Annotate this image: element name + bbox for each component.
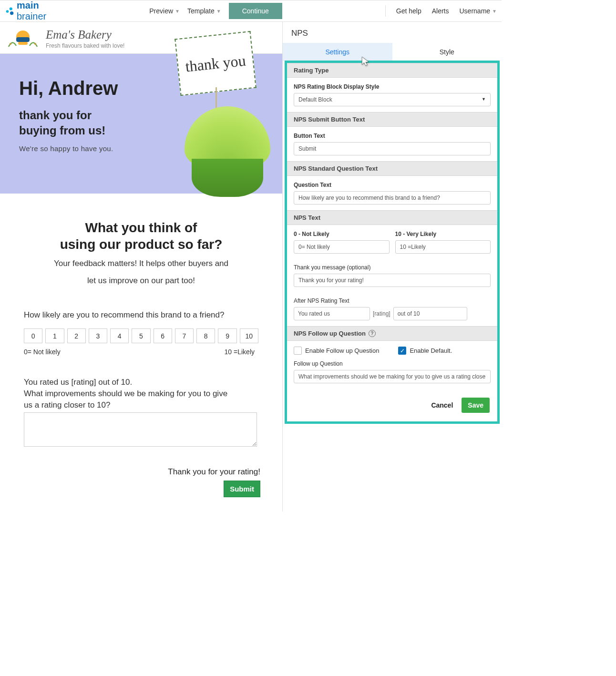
followup-q-input[interactable]	[294, 370, 491, 383]
thanks-message: Thank you for your rating!	[11, 467, 260, 477]
low-value-input[interactable]	[294, 240, 390, 254]
tab-style[interactable]: Style	[392, 43, 502, 61]
continue-button[interactable]: Continue	[229, 3, 282, 19]
svg-point-6	[10, 43, 11, 45]
cupcake-cup	[192, 159, 263, 197]
rated-text: You rated us [rating] out of 10. What im…	[24, 377, 258, 410]
main: Ema's Bakery Fresh flavours baked with l…	[0, 22, 502, 512]
after-rating-mid: [rating]	[373, 310, 390, 317]
template-dropdown[interactable]: Template ▼	[187, 7, 221, 15]
rating-button-0[interactable]: 0	[24, 328, 42, 343]
template-label: Template	[187, 7, 215, 15]
section-header-rating-type: Rating Type	[287, 63, 497, 78]
bakery-text: Ema's Bakery Fresh flavours baked with l…	[46, 28, 124, 49]
help-icon[interactable]: ?	[369, 330, 376, 337]
rating-button-8[interactable]: 8	[196, 328, 215, 343]
survey-desc-1: Your feedback matters! It helps other bu…	[11, 257, 271, 270]
thanks-input[interactable]	[294, 274, 491, 287]
section-body-nps-text: 0 - Not Likely 10 - Very Likely Thank yo…	[287, 225, 497, 326]
scale-low-label: 0= Not likely	[24, 348, 61, 356]
section-body-submit: Button Text	[287, 127, 497, 161]
checkbox-row: Enable Follow up Question ✓ Enable Defau…	[294, 347, 491, 355]
thanks-row: Thank you for your rating! Submit	[11, 467, 271, 497]
section-header-nps-text: NPS Text	[287, 210, 497, 225]
app-logo: mainbrainer	[5, 0, 46, 22]
rating-button-4[interactable]: 4	[110, 328, 129, 343]
high-value-input[interactable]	[395, 240, 491, 254]
after-rating-pre-input[interactable]	[294, 307, 370, 320]
chevron-down-icon: ▼	[492, 9, 497, 14]
submit-button[interactable]: Submit	[224, 481, 260, 497]
rating-button-3[interactable]: 3	[89, 328, 107, 343]
get-help-link[interactable]: Get help	[396, 7, 421, 15]
save-button[interactable]: Save	[462, 398, 490, 413]
rating-button-7[interactable]: 7	[175, 328, 194, 343]
submit-text-label: Button Text	[294, 133, 491, 139]
svg-point-2	[10, 11, 13, 15]
settings-panel: NPS Settings Style Rating Type NPS Ratin…	[283, 22, 502, 512]
survey-title-1: What you think of	[11, 219, 271, 236]
cancel-button[interactable]: Cancel	[431, 401, 453, 409]
submit-text-input[interactable]	[294, 142, 491, 155]
bakery-logo-icon	[6, 27, 40, 51]
checkbox-unchecked-icon	[294, 347, 302, 355]
after-rating-post-input[interactable]	[393, 307, 467, 320]
rating-button-6[interactable]: 6	[154, 328, 172, 343]
after-rating-label: After NPS Rating Text	[294, 297, 491, 304]
scale-labels: 0= Not likely 10 =Likely	[24, 348, 255, 356]
low-label: 0 - Not Likely	[294, 231, 390, 237]
preview-label: Preview	[149, 7, 173, 15]
svg-rect-4	[16, 37, 30, 42]
rating-button-2[interactable]: 2	[67, 328, 86, 343]
survey-title-2: using our product so far?	[11, 236, 271, 253]
tabs: Settings Style	[283, 43, 502, 61]
panel-title: NPS	[283, 22, 502, 43]
rating-button-9[interactable]: 9	[218, 328, 236, 343]
followup-q-label: Follow up Question	[294, 360, 491, 367]
rated-line-2: What improvements should we be making fo…	[24, 388, 258, 399]
hero-section: Hi, Andrew thank you for buying from us!…	[0, 54, 282, 194]
logo-dots-icon	[5, 6, 15, 16]
rated-line-1: You rated us [rating] out of 10.	[24, 377, 258, 388]
tab-settings[interactable]: Settings	[283, 43, 392, 61]
svg-point-7	[34, 43, 36, 45]
section-body-followup: Enable Follow up Question ✓ Enable Defau…	[287, 341, 497, 389]
svg-rect-5	[18, 42, 28, 45]
cupcake-illustration: thank you	[182, 35, 277, 202]
topbar-center: Preview ▼ Template ▼ Continue	[149, 3, 282, 19]
bakery-subtitle: Fresh flavours baked with love!	[46, 42, 124, 49]
rating-type-select[interactable]: Default Block	[294, 93, 491, 106]
username-label: Username	[460, 7, 491, 15]
survey-desc-2: let us improve on our part too!	[11, 275, 271, 287]
logo-text: mainbrainer	[17, 0, 46, 22]
chevron-down-icon: ▼	[216, 9, 221, 14]
username-dropdown[interactable]: Username ▼	[460, 7, 497, 15]
followup-header-text: NPS Follow up Question	[294, 330, 366, 337]
chevron-down-icon: ▼	[175, 9, 180, 14]
enable-followup-checkbox[interactable]: Enable Follow up Question	[294, 347, 379, 355]
rated-line-3: us a rating closer to 10?	[24, 399, 258, 411]
scale-high-label: 10 =Likely	[225, 348, 255, 356]
rating-type-select-wrap: Default Block	[294, 93, 491, 106]
thanks-label: Thank you message (optional)	[294, 264, 491, 271]
svg-point-0	[6, 10, 9, 13]
feedback-textarea[interactable]	[24, 412, 257, 447]
divider	[385, 5, 386, 17]
alerts-link[interactable]: Alerts	[432, 7, 449, 15]
checkbox-checked-icon: ✓	[398, 347, 406, 355]
rating-button-5[interactable]: 5	[132, 328, 150, 343]
high-label: 10 - Very Likely	[395, 231, 491, 237]
enable-default-label: Enable Default.	[410, 347, 452, 354]
section-body-question: Question Text	[287, 176, 497, 210]
bakery-title: Ema's Bakery	[46, 28, 124, 41]
preview-dropdown[interactable]: Preview ▼	[149, 7, 180, 15]
rating-button-1[interactable]: 1	[45, 328, 64, 343]
rating-button-10[interactable]: 10	[240, 328, 258, 343]
enable-default-checkbox[interactable]: ✓ Enable Default.	[398, 347, 452, 355]
topbar: mainbrainer Preview ▼ Template ▼ Continu…	[0, 0, 502, 22]
thank-you-note: thank you	[175, 31, 257, 96]
highlight-box: Rating Type NPS Rating Block Display Sty…	[285, 61, 500, 424]
nps-question: How likely are you to recommend this bra…	[24, 310, 258, 320]
question-text-input[interactable]	[294, 191, 491, 205]
svg-point-1	[10, 7, 12, 10]
